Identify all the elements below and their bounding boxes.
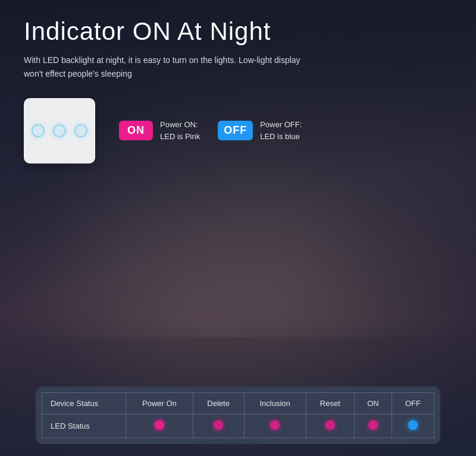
indicator-items: ON Power ON: LED is Pink OFF Power OFF: … (119, 119, 302, 142)
on-label-line2: LED is Pink (160, 131, 200, 143)
off-label-line2: LED is blue (260, 131, 302, 143)
main-content: Indicator ON At Night With LED backlight… (0, 0, 476, 199)
status-table-container: Device Status Power On Delete Inclusion … (36, 386, 440, 444)
col-header-inclusion: Inclusion (244, 393, 306, 414)
col-header-delete: Delete (193, 393, 244, 414)
row-label-led-status: LED Status (42, 414, 126, 438)
col-header-reset: Reset (306, 393, 354, 414)
led-power-on (155, 420, 164, 430)
table-header-row: Device Status Power On Delete Inclusion … (42, 393, 434, 414)
off-badge-label: Power OFF: LED is blue (260, 119, 302, 142)
switch-led-2 (53, 124, 66, 137)
indicators-row: ON Power ON: LED is Pink OFF Power OFF: … (24, 98, 452, 163)
led-cell-reset (306, 414, 354, 438)
col-header-on: ON (355, 393, 392, 414)
led-reset (325, 420, 335, 430)
led-inclusion (270, 420, 280, 430)
led-cell-on (355, 414, 392, 438)
off-indicator: OFF Power OFF: LED is blue (218, 119, 302, 142)
status-table: Device Status Power On Delete Inclusion … (42, 392, 434, 438)
col-header-power-on: Power On (126, 393, 193, 414)
on-badge: ON (119, 121, 153, 140)
off-badge: OFF (218, 121, 253, 140)
led-on (368, 420, 378, 430)
led-cell-off (392, 414, 434, 438)
on-indicator: ON Power ON: LED is Pink (119, 119, 200, 142)
switch-led-3 (74, 124, 87, 137)
led-off (408, 420, 418, 430)
led-delete (214, 420, 223, 430)
off-label-line1: Power OFF: (260, 119, 302, 131)
page-subtitle: With LED backlight at night, it is easy … (24, 54, 309, 80)
switch-led-1 (32, 124, 45, 137)
led-cell-power-on (126, 414, 193, 438)
col-header-off: OFF (392, 393, 434, 414)
led-cell-delete (193, 414, 244, 438)
col-header-device-status: Device Status (42, 393, 126, 414)
on-badge-label: Power ON: LED is Pink (160, 119, 200, 142)
switch-device-image (24, 98, 95, 163)
page-title: Indicator ON At Night (24, 18, 452, 45)
on-label-line1: Power ON: (160, 119, 200, 131)
table-row: LED Status (42, 414, 434, 438)
led-cell-inclusion (244, 414, 306, 438)
